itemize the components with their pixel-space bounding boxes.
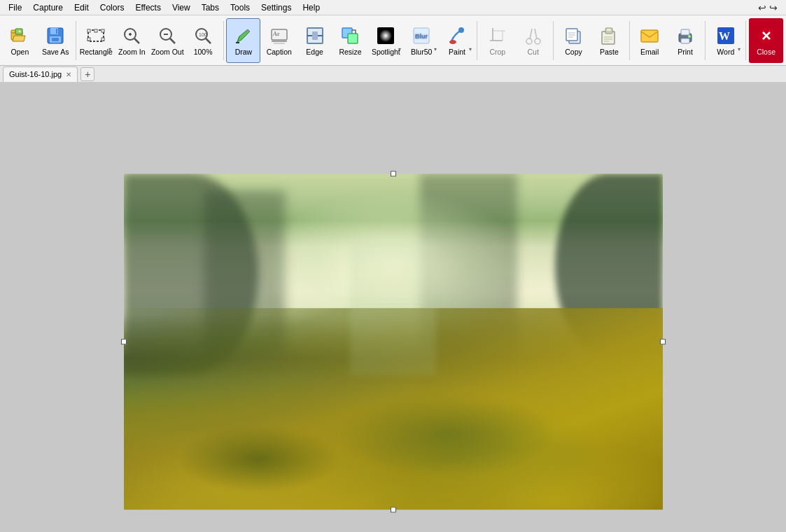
toolbar: Open Save As (0, 15, 786, 66)
zoom-in-button[interactable]: Zoom In (115, 18, 149, 63)
sep5 (629, 21, 630, 60)
menu-tabs[interactable]: Tabs (196, 1, 225, 14)
selection-handle-left[interactable] (121, 339, 127, 344)
edge-label: Edge (306, 48, 323, 57)
svg-text:Aa: Aa (272, 31, 279, 37)
paste-button[interactable]: Paste (592, 18, 626, 63)
svg-rect-58 (607, 29, 611, 31)
print-button[interactable]: Print (668, 18, 703, 63)
word-label: Word (717, 48, 734, 57)
spotlight-label: Spotlight (372, 48, 400, 57)
paint-icon (446, 24, 468, 47)
menu-file[interactable]: File (3, 1, 27, 14)
close-label: Close (757, 48, 776, 57)
open-button[interactable]: Open (3, 18, 37, 63)
caption-button[interactable]: Aa Caption (262, 18, 296, 63)
paint-button[interactable]: Paint (440, 18, 475, 63)
sep2 (223, 21, 224, 60)
menu-bar: File Capture Edit Colors Effects View Ta… (0, 0, 786, 15)
sep6 (705, 21, 706, 60)
email-label: Email (640, 48, 659, 57)
cut-icon (522, 24, 545, 47)
close-icon (755, 24, 778, 47)
zoom-out-button[interactable]: Zoom Out (150, 18, 185, 63)
edge-button[interactable]: Edge (297, 18, 332, 63)
menu-settings[interactable]: Settings (255, 1, 297, 14)
close-button[interactable]: Close (749, 18, 783, 63)
app-window: File Capture Edit Colors Effects View Ta… (0, 0, 786, 532)
spotlight-icon (374, 24, 397, 47)
svg-point-48 (535, 38, 540, 44)
svg-point-47 (526, 38, 532, 44)
selection-handle-top[interactable] (391, 171, 396, 176)
draw-button[interactable]: Draw (226, 18, 260, 63)
zoom-100-label: 100% (194, 48, 213, 57)
cut-button[interactable]: Cut (516, 18, 550, 63)
sep3 (477, 21, 477, 60)
blur-icon: Blur Blur (410, 24, 433, 47)
tab-close-button[interactable]: ✕ (66, 71, 71, 78)
sep7 (745, 21, 746, 60)
menu-colors[interactable]: Colors (94, 1, 130, 14)
spotlight-button[interactable]: Spotlight (369, 18, 403, 63)
menu-edit[interactable]: Edit (69, 1, 94, 14)
menu-effects[interactable]: Effects (129, 1, 166, 14)
print-icon (674, 24, 696, 47)
svg-line-49 (530, 29, 532, 39)
zoom-100-button[interactable]: 100 100% (186, 18, 220, 63)
crop-button[interactable]: Crop (480, 18, 514, 63)
sep4 (553, 21, 554, 60)
redo-button[interactable]: ↪ (769, 2, 778, 13)
tab-label: Guist-16-10.jpg (9, 70, 62, 78)
save-icon (44, 24, 66, 47)
rectangle-button[interactable]: Rectangle (79, 18, 113, 63)
svg-line-50 (535, 29, 537, 39)
svg-rect-7 (52, 38, 59, 41)
selection-handle-bottom[interactable] (391, 507, 396, 512)
selection-handle-right[interactable] (660, 339, 666, 344)
copy-button[interactable]: Copy (556, 18, 591, 63)
caption-label: Caption (267, 48, 292, 57)
image-display (124, 174, 663, 510)
svg-rect-13 (101, 38, 104, 41)
save-as-button[interactable]: Save As (38, 18, 73, 63)
print-label: Print (678, 48, 693, 57)
blur50-button[interactable]: Blur Blur Blur50 (405, 18, 439, 63)
crop-icon (486, 24, 509, 47)
resize-label: Resize (339, 48, 361, 57)
tab-guist[interactable]: Guist-16-10.jpg ✕ (3, 66, 78, 82)
svg-rect-35 (348, 34, 358, 43)
svg-rect-11 (101, 29, 104, 32)
menu-tools[interactable]: Tools (225, 1, 255, 14)
tab-bar: Guist-16-10.jpg ✕ + (0, 66, 786, 83)
zoom-in-label: Zoom In (118, 48, 146, 57)
draw-icon (232, 24, 255, 47)
crop-label: Crop (489, 48, 505, 57)
undo-button[interactable]: ↩ (758, 2, 766, 13)
rectangle-label: Rectangle (80, 48, 113, 57)
svg-text:100: 100 (199, 32, 207, 37)
svg-rect-12 (87, 38, 90, 41)
word-button[interactable]: W Word (708, 18, 743, 63)
resize-button[interactable]: Resize (333, 18, 367, 63)
zoom-out-label: Zoom Out (151, 48, 184, 57)
new-tab-button[interactable]: + (80, 67, 94, 81)
svg-rect-5 (56, 29, 57, 34)
open-label: Open (11, 48, 29, 57)
menu-view[interactable]: View (167, 1, 196, 14)
svg-point-37 (379, 29, 392, 42)
svg-line-22 (206, 38, 211, 43)
email-button[interactable]: Email (633, 18, 667, 63)
zoom-100-icon: 100 (192, 24, 214, 47)
menu-help[interactable]: Help (297, 1, 325, 14)
edge-icon (304, 24, 326, 47)
menu-capture[interactable]: Capture (27, 1, 69, 14)
svg-rect-65 (681, 38, 689, 43)
zoom-out-icon (156, 24, 178, 47)
svg-text:W: W (719, 30, 730, 42)
copy-icon (562, 24, 584, 47)
sep1 (76, 21, 76, 60)
svg-rect-10 (94, 29, 97, 32)
save-as-label: Save As (42, 48, 69, 57)
open-icon (8, 24, 31, 47)
